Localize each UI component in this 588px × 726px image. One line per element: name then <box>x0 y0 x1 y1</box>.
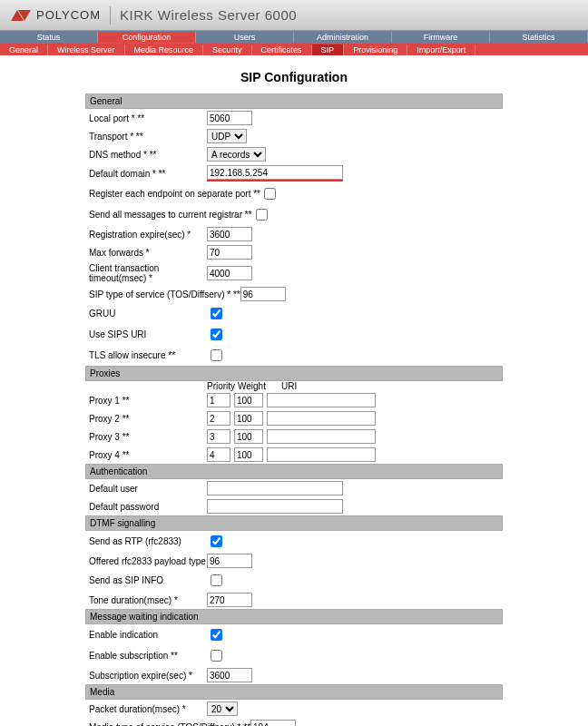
input-proxy4-uri[interactable] <box>267 447 376 462</box>
subnav-provisioning[interactable]: Provisioning <box>344 44 407 55</box>
nav-status[interactable]: Status <box>0 32 98 43</box>
label-tls-insecure: TLS allow insecure ** <box>89 350 207 360</box>
label-enable-indication: Enable indication <box>89 630 207 640</box>
subnav-certificates[interactable]: Certificates <box>252 44 312 55</box>
label-payload: Offered rfc2833 payload type <box>89 556 207 566</box>
nav-configuration[interactable]: Configuration <box>98 32 196 43</box>
checkbox-sip-info[interactable] <box>211 574 222 586</box>
header-bar: POLYCOM KIRK Wireless Server 6000 <box>0 0 588 31</box>
input-proxy2-weight[interactable] <box>234 411 263 426</box>
nav-administration[interactable]: Administration <box>294 32 392 43</box>
input-tone-duration[interactable] <box>207 593 252 607</box>
subnav-import-export[interactable]: Import/Export <box>407 44 475 55</box>
input-proxy3-uri[interactable] <box>267 429 376 444</box>
nav-statistics[interactable]: Statistics <box>490 32 588 43</box>
input-reg-expire[interactable] <box>207 227 252 241</box>
checkbox-gruu[interactable] <box>211 308 222 319</box>
label-sip-info: Send as SIP INFO <box>89 575 207 585</box>
select-transport[interactable]: UDP <box>207 129 247 143</box>
label-proxy-4: Proxy 4 ** <box>89 450 207 460</box>
label-register-separate: Register each endpoint on separate port … <box>89 189 260 199</box>
input-sip-tos[interactable] <box>240 287 286 301</box>
checkbox-tls-insecure[interactable] <box>211 349 222 361</box>
checkbox-use-sips[interactable] <box>211 329 222 340</box>
section-proxies: Proxies <box>85 366 503 381</box>
input-proxy2-uri[interactable] <box>267 411 376 426</box>
col-weight: Weight <box>238 381 274 391</box>
checkbox-send-all-registrar[interactable] <box>256 209 268 221</box>
label-enable-subscription: Enable subscription ** <box>89 651 207 661</box>
label-default-user: Default user <box>89 484 207 494</box>
label-send-rtp: Send as RTP (rfc2833) <box>89 536 207 546</box>
input-proxy4-priority[interactable] <box>207 447 230 462</box>
label-send-all-registrar: Send all messages to current registrar *… <box>89 210 252 220</box>
label-reg-expire: Registration expire(sec) * <box>89 230 207 240</box>
page-title: SIP Configuration <box>0 70 588 84</box>
label-gruu: GRUU <box>89 309 207 319</box>
subnav-wireless-server[interactable]: Wireless Server <box>48 44 125 55</box>
checkbox-enable-indication[interactable] <box>211 629 222 641</box>
nav-firmware[interactable]: Firmware <box>392 32 490 43</box>
input-proxy2-priority[interactable] <box>207 411 230 426</box>
label-proxy-1: Proxy 1 ** <box>89 396 207 406</box>
input-max-forwards[interactable] <box>207 245 252 260</box>
input-default-user[interactable] <box>207 481 343 495</box>
label-use-sips: Use SIPS URI <box>89 329 207 339</box>
input-default-password[interactable] <box>207 499 343 514</box>
col-uri: URI <box>281 381 297 391</box>
label-tone-duration: Tone duration(msec) * <box>89 595 207 605</box>
label-default-domain: Default domain * ** <box>89 169 207 179</box>
input-proxy3-priority[interactable] <box>207 429 230 444</box>
subnav-sip[interactable]: SIP <box>312 44 345 55</box>
subnav-media-resource[interactable]: Media Resource <box>125 44 204 55</box>
label-client-timeout: Client transaction timeout(msec) * <box>89 263 207 283</box>
label-packet-duration: Packet duration(msec) * <box>89 704 207 714</box>
product-title: KIRK Wireless Server 6000 <box>120 7 297 23</box>
input-client-timeout[interactable] <box>207 266 252 280</box>
label-dns-method: DNS method * ** <box>89 150 207 160</box>
section-dtmf: DTMF signalling <box>85 515 503 531</box>
select-packet-duration[interactable]: 20 <box>207 701 238 716</box>
label-media-tos: Media type of service (TOS/Diffserv) * *… <box>89 722 250 727</box>
label-proxy-3: Proxy 3 ** <box>89 432 207 442</box>
label-max-forwards: Max forwards * <box>89 248 207 258</box>
input-proxy4-weight[interactable] <box>234 447 263 462</box>
brand-logo: POLYCOM <box>0 8 101 22</box>
checkbox-register-separate[interactable] <box>264 188 276 200</box>
checkbox-send-rtp[interactable] <box>211 535 222 547</box>
section-media: Media <box>85 684 503 700</box>
input-payload[interactable] <box>207 554 252 568</box>
input-proxy1-priority[interactable] <box>207 393 230 407</box>
subnav-general[interactable]: General <box>0 44 48 55</box>
input-media-tos[interactable] <box>250 720 296 726</box>
label-subscription-expire: Subscription expire(sec) * <box>89 671 207 681</box>
main-nav: Status Configuration Users Administratio… <box>0 31 588 44</box>
col-priority: Priority <box>207 381 234 391</box>
input-default-domain[interactable] <box>207 165 343 180</box>
input-proxy3-weight[interactable] <box>234 429 263 444</box>
label-sip-tos: SIP type of service (TOS/Diffserv) * ** <box>89 289 240 299</box>
sub-nav: General Wireless Server Media Resource S… <box>0 44 588 55</box>
select-dns-method[interactable]: A records <box>207 147 266 162</box>
section-general: General <box>85 93 503 109</box>
section-auth: Authentication <box>85 464 503 479</box>
brand-text: POLYCOM <box>36 8 101 22</box>
input-proxy1-weight[interactable] <box>234 393 263 407</box>
input-subscription-expire[interactable] <box>207 668 252 682</box>
input-local-port[interactable] <box>207 111 252 125</box>
label-local-port: Local port * ** <box>89 113 207 123</box>
label-default-password: Default password <box>89 502 207 512</box>
label-transport: Transport * ** <box>89 132 207 142</box>
input-proxy1-uri[interactable] <box>267 393 376 407</box>
section-mwi: Message waiting indication <box>85 609 503 624</box>
nav-users[interactable]: Users <box>196 32 294 43</box>
checkbox-enable-subscription[interactable] <box>211 650 222 662</box>
subnav-security[interactable]: Security <box>203 44 252 55</box>
label-proxy-2: Proxy 2 ** <box>89 414 207 424</box>
